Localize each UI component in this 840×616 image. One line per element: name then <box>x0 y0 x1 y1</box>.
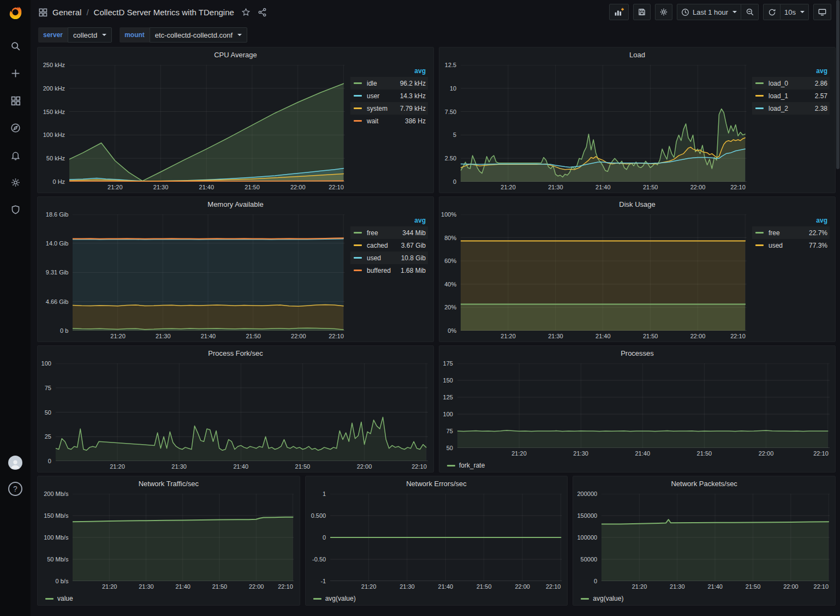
legend-item-cached[interactable]: cached 3.67 Gib <box>350 239 428 252</box>
panel-title-process-fork[interactable]: Process Fork/sec <box>38 346 433 360</box>
breadcrumb-folder[interactable]: General <box>52 8 81 17</box>
panel-title-processes[interactable]: Processes <box>439 346 835 360</box>
chart-load[interactable]: 02.5057.501012.521:2021:3021:4021:5022:0… <box>439 62 752 193</box>
page-scrollbar[interactable] <box>836 0 840 616</box>
legend-item-buffered[interactable]: buffered 1.68 Mib <box>350 264 428 277</box>
legend-series-color <box>755 95 764 97</box>
legend-series-color <box>755 82 764 84</box>
legend-item-load_1[interactable]: load_1 2.57 <box>752 89 830 102</box>
legend-item-load_2[interactable]: load_2 2.38 <box>752 102 830 115</box>
x-axis-tick-label: 22:10 <box>730 333 746 339</box>
legend-series-color <box>354 244 362 246</box>
y-axis-tick-label: 100 Mb/s <box>38 534 68 541</box>
chart-plot[interactable] <box>601 494 830 581</box>
legend-item-user[interactable]: user 14.3 kHz <box>350 89 428 102</box>
dashboard-settings-button[interactable] <box>655 4 672 20</box>
x-axis-tick-label: 21:20 <box>511 450 527 457</box>
dashboards-icon[interactable] <box>5 93 25 108</box>
panel-title-network-errors[interactable]: Network Errors/sec <box>306 476 568 491</box>
chart-plot[interactable] <box>461 214 747 331</box>
star-icon[interactable] <box>241 8 251 17</box>
y-axis-tick-label: 0.500 <box>306 512 326 519</box>
add-panel-button[interactable] <box>609 4 629 20</box>
chart-memory-available[interactable]: 0 b4.66 Gib9.31 Gib14.0 Gib18.6 Gib21:20… <box>38 211 350 342</box>
chart-plot[interactable] <box>69 65 345 182</box>
legend-header: avg <box>752 66 830 77</box>
x-axis-tick-label: 21:40 <box>595 333 611 339</box>
panel-title-disk-usage[interactable]: Disk Usage <box>439 197 835 211</box>
y-axis-tick-label: 100 <box>439 411 453 417</box>
x-axis-tick-label: 21:40 <box>438 583 454 590</box>
grafana-logo[interactable] <box>4 1 26 23</box>
legend-item-avg(value)[interactable]: avg(value) <box>313 595 356 602</box>
scrollbar-thumb[interactable] <box>836 0 839 169</box>
alerting-bell-icon[interactable] <box>5 147 25 163</box>
legend-item-free[interactable]: free 344 Mib <box>350 226 428 239</box>
sidebar: ? <box>0 0 31 616</box>
y-axis-tick-label: 12.5 <box>439 62 456 68</box>
x-axis-tick-label: 22:10 <box>329 184 344 190</box>
legend-header: avg <box>350 216 428 226</box>
zoom-out-button[interactable] <box>741 4 759 20</box>
page-title[interactable]: CollectD Server Metrics with TDengine <box>94 8 234 17</box>
chart-plot[interactable] <box>56 363 428 461</box>
chart-plot[interactable] <box>330 494 562 581</box>
chart-cpu-average[interactable]: 0 Hz50 kHz100 kHz150 kHz200 kHz250 kHz21… <box>38 62 350 193</box>
y-axis-tick-label: 50 <box>38 409 51 416</box>
chart-network-errors[interactable]: -1-0.5000.500121:2021:3021:4021:5022:002… <box>306 491 568 592</box>
legend-item-used[interactable]: used 77.3% <box>752 239 830 252</box>
configuration-gear-icon[interactable] <box>5 175 25 190</box>
share-icon[interactable] <box>258 8 267 17</box>
x-axis-tick-label: 22:10 <box>813 450 829 457</box>
panel-title-load[interactable]: Load <box>439 47 835 62</box>
panel-title-network-traffic[interactable]: Network Traffic/sec <box>38 476 300 491</box>
chart-process-fork[interactable]: 025507510021:2021:3021:4021:5022:0022:10 <box>38 360 433 472</box>
avatar[interactable] <box>8 456 22 470</box>
legend-header: avg <box>350 66 428 77</box>
variable-server-value[interactable]: collectd <box>68 27 112 43</box>
x-axis-tick-label: 22:00 <box>357 463 372 470</box>
x-axis-tick-label: 22:10 <box>546 583 561 590</box>
y-axis-tick-label: 50 <box>439 445 453 451</box>
chart-network-packets[interactable]: 05000010000015000020000021:2021:3021:402… <box>573 491 835 592</box>
legend-series-color <box>755 107 764 109</box>
legend-item-idle[interactable]: idle 96.2 kHz <box>350 77 428 89</box>
help-icon[interactable]: ? <box>8 482 22 496</box>
legend-item-avg(value)[interactable]: avg(value) <box>581 595 623 602</box>
chart-network-traffic[interactable]: 0 b/s50 Mb/s100 Mb/s150 Mb/s200 Mb/s21:2… <box>38 491 300 592</box>
chart-plot[interactable] <box>73 214 345 331</box>
admin-shield-icon[interactable] <box>5 202 25 217</box>
legend-item-load_0[interactable]: load_0 2.86 <box>752 77 830 89</box>
panel-title-cpu-average[interactable]: CPU Average <box>38 47 433 62</box>
chart-plot[interactable] <box>457 363 830 448</box>
chart-processes[interactable]: 507510012515017521:2021:3021:4021:5022:0… <box>439 360 835 459</box>
x-axis-tick-label: 22:10 <box>814 583 829 590</box>
y-axis-tick-label: 0 <box>573 578 597 584</box>
explore-compass-icon[interactable] <box>5 120 25 135</box>
search-icon[interactable] <box>5 38 25 53</box>
panel-processes: Processes 507510012515017521:2021:3021:4… <box>439 345 836 473</box>
refresh-button[interactable] <box>763 4 781 20</box>
y-axis-tick-label: 0 <box>38 458 51 464</box>
legend-item-wait[interactable]: wait 386 Hz <box>350 115 428 127</box>
refresh-interval-picker[interactable]: 10s <box>781 4 809 20</box>
chart-plot[interactable] <box>461 65 747 182</box>
legend-series-color <box>354 107 362 109</box>
legend-item-value[interactable]: value <box>45 595 73 602</box>
save-dashboard-button[interactable] <box>633 4 651 20</box>
time-range-picker[interactable]: Last 1 hour <box>677 4 741 20</box>
panel-title-memory[interactable]: Memory Available <box>38 197 433 211</box>
legend-item-fork_rate[interactable]: fork_rate <box>447 462 485 469</box>
legend-item-free[interactable]: free 22.7% <box>752 226 830 239</box>
cycle-view-mode-button[interactable] <box>813 4 831 20</box>
chart-disk-usage[interactable]: 0%20%40%60%80%100%21:2021:3021:4021:5022… <box>439 211 752 342</box>
legend-series-name: system <box>367 105 388 112</box>
legend-series-name: buffered <box>367 267 391 274</box>
legend-item-system[interactable]: system 7.79 kHz <box>350 102 428 115</box>
legend-item-used[interactable]: used 10.8 Gib <box>350 252 428 264</box>
chart-plot[interactable] <box>73 494 294 581</box>
plus-icon[interactable] <box>5 65 25 81</box>
y-axis-tick-label: 0 b/s <box>38 578 68 584</box>
variable-mount-value[interactable]: etc-collectd-collectd.conf <box>150 27 247 43</box>
panel-title-network-packets[interactable]: Network Packets/sec <box>573 476 835 491</box>
